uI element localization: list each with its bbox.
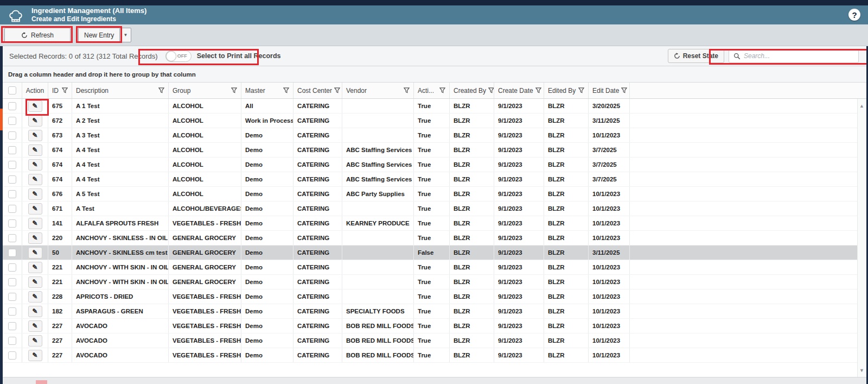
table-row[interactable]: ✎ 221ANCHOVY - WITH SKIN - IN OILGENERAL… (3, 260, 866, 275)
row-checkbox[interactable] (8, 175, 16, 184)
column-header-id[interactable]: ID (48, 83, 72, 98)
filter-icon[interactable] (488, 87, 494, 93)
table-row[interactable]: ✎ 227AVOCADOVEGETABLES - FRESHDemoCATERI… (3, 333, 866, 348)
table-row[interactable]: ✎ 671A TestALCOHOL/BEVERAGES*DemoCATERIN… (3, 202, 866, 216)
cell-description: A Test (72, 202, 169, 216)
edit-row-button[interactable]: ✎ (28, 291, 42, 303)
row-checkbox[interactable] (8, 337, 16, 345)
select-all-checkbox[interactable] (8, 86, 16, 95)
row-checkbox[interactable] (8, 249, 16, 257)
table-row[interactable]: ✎ 673A 3 TestALCOHOLDemoCATERINGTrueBLZR… (3, 128, 866, 143)
row-checkbox[interactable] (8, 307, 16, 316)
edit-row-button[interactable]: ✎ (28, 232, 42, 244)
cell-edit_date: 10/1/2023 (589, 333, 630, 348)
column-header-description[interactable]: Description (72, 83, 169, 98)
column-header-group[interactable]: Group (169, 83, 241, 98)
column-header-cost_center[interactable]: Cost Center (293, 83, 342, 98)
filter-icon[interactable] (578, 87, 584, 93)
cell-edited_by: BLZR (544, 158, 589, 172)
group-drop-zone[interactable]: Drag a column header and drop it here to… (3, 66, 866, 83)
table-row[interactable]: ✎ 227AVOCADOVEGETABLES - FRESHDemoCATERI… (3, 348, 866, 363)
table-row[interactable]: ✎ 675A 1 TestALCOHOLAllCATERINGTrueBLZR9… (3, 99, 866, 114)
column-header-master[interactable]: Master (241, 83, 293, 98)
edit-row-button[interactable]: ✎ (28, 335, 42, 347)
table-row[interactable]: ✎ 50ANCHOVY - SKINLESS cm testGENERAL GR… (3, 245, 866, 260)
filter-icon[interactable] (158, 87, 164, 93)
table-row[interactable]: ✎ 672A 2 TestALCOHOLWork in ProcessCATER… (3, 114, 866, 128)
edit-row-button[interactable]: ✎ (28, 247, 42, 259)
edit-row-button[interactable]: ✎ (28, 306, 42, 317)
filter-icon[interactable] (621, 87, 627, 93)
column-header-create_date[interactable]: Create Date (494, 83, 544, 98)
table-row[interactable]: ✎ 182ASPARAGUS - GREENVEGETABLES - FRESH… (3, 304, 866, 319)
edit-row-button[interactable]: ✎ (28, 262, 42, 273)
table-row[interactable]: ✎ 228APRICOTS - DRIEDVEGETABLES - FRESHD… (3, 289, 866, 304)
cell-group: ALCOHOL (169, 187, 241, 201)
help-button[interactable]: ? (848, 9, 860, 21)
edit-row-button[interactable]: ✎ (28, 159, 42, 171)
cell-description: ASPARAGUS - GREEN (72, 304, 169, 318)
cell-master: Demo (241, 319, 293, 333)
table-row[interactable]: ✎ 221ANCHOVY - WITH SKIN - IN OILGENERAL… (3, 275, 866, 289)
reset-state-button[interactable]: Reset State (668, 49, 724, 63)
table-row[interactable]: ✎ 220ANCHOVY - SKINLESS - IN OILGENERAL … (3, 231, 866, 245)
filter-icon[interactable] (535, 87, 541, 93)
table-row[interactable]: ✎ 674A 4 TestALCOHOLDemoCATERINGABC Staf… (3, 143, 866, 158)
row-checkbox[interactable] (8, 278, 16, 286)
filter-icon[interactable] (62, 87, 68, 93)
cell-master: All (241, 99, 293, 113)
row-checkbox[interactable] (8, 102, 16, 110)
column-header-vendor[interactable]: Vendor (342, 83, 414, 98)
row-checkbox[interactable] (8, 146, 16, 154)
filter-icon[interactable] (334, 87, 340, 93)
row-checkbox[interactable] (8, 234, 16, 242)
row-checkbox[interactable] (8, 131, 16, 140)
row-checkbox[interactable] (8, 205, 16, 213)
cell-description: AVOCADO (72, 319, 169, 333)
new-entry-dropdown-button[interactable]: ▼ (119, 28, 131, 42)
row-checkbox[interactable] (8, 117, 16, 125)
scroll-up-icon[interactable]: ▲ (859, 103, 864, 109)
row-checkbox[interactable] (8, 161, 16, 169)
edit-row-button[interactable]: ✎ (28, 100, 42, 112)
row-checkbox[interactable] (8, 190, 16, 198)
row-checkbox[interactable] (8, 351, 16, 360)
table-row[interactable]: ✎ 141ALFALFA SPROUTS FRESHVEGETABLES - F… (3, 216, 866, 231)
search-input[interactable] (744, 52, 854, 60)
row-checkbox[interactable] (8, 219, 16, 228)
column-header-created_by[interactable]: Created By (450, 83, 494, 98)
row-checkbox[interactable] (8, 322, 16, 330)
filter-icon[interactable] (439, 87, 445, 93)
edit-row-button[interactable]: ✎ (28, 218, 42, 229)
filter-icon[interactable] (404, 87, 410, 93)
column-header-action[interactable]: Action (22, 83, 48, 98)
table-row[interactable]: ✎ 227AVOCADOVEGETABLES - FRESHDemoCATERI… (3, 319, 866, 333)
column-header-edited_by[interactable]: Edited By (544, 83, 589, 98)
vertical-scrollbar[interactable]: ▲ ▼ (857, 99, 866, 377)
table-row[interactable]: ✎ 676A 5 TestALCOHOLDemoCATERINGABC Part… (3, 187, 866, 202)
row-checkbox[interactable] (8, 293, 16, 301)
edit-row-button[interactable]: ✎ (28, 144, 42, 156)
table-row[interactable]: ✎ 674A 4 TestALCOHOLDemoCATERINGABC Staf… (3, 158, 866, 172)
refresh-button[interactable]: Refresh (4, 28, 71, 42)
edit-row-button[interactable]: ✎ (28, 130, 42, 141)
edit-row-button[interactable]: ✎ (28, 174, 42, 185)
edit-row-button[interactable]: ✎ (28, 350, 42, 361)
print-all-toggle[interactable]: OFF (165, 51, 192, 62)
edit-row-button[interactable]: ✎ (28, 320, 42, 332)
cell-group: GENERAL GROCERY (169, 275, 241, 289)
cell-master: Demo (241, 128, 293, 142)
edit-row-button[interactable]: ✎ (28, 203, 42, 215)
column-header-edit_date[interactable]: Edit Date (589, 83, 630, 98)
edit-row-button[interactable]: ✎ (28, 115, 42, 127)
new-entry-button[interactable]: New Entry (78, 28, 119, 42)
filter-icon[interactable] (283, 87, 289, 93)
table-row[interactable]: ✎ 674A 4 TestALCOHOLDemoCATERINGABC Staf… (3, 172, 866, 187)
edit-row-button[interactable]: ✎ (28, 276, 42, 288)
row-checkbox[interactable] (8, 263, 16, 272)
filter-icon[interactable] (231, 87, 237, 93)
scroll-down-icon[interactable]: ▼ (859, 368, 864, 373)
edit-row-button[interactable]: ✎ (28, 188, 42, 200)
cell-id: 141 (48, 216, 72, 230)
column-header-active[interactable]: Acti... (414, 83, 450, 98)
